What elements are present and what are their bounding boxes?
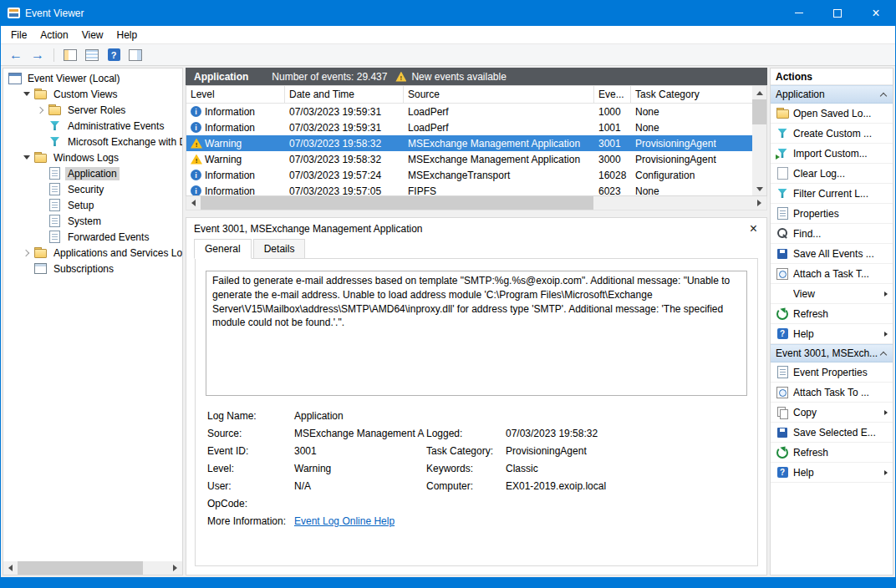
action-refresh[interactable]: Refresh (771, 443, 893, 463)
tree-item-windows-logs[interactable]: Windows Logs (3, 150, 182, 165)
event-row[interactable]: iInformation07/03/2023 19:57:05FIPFS6023… (186, 183, 752, 196)
actions-section-event-3001-msexch[interactable]: Event 3001, MSExch... (771, 344, 893, 362)
menu-help[interactable]: Help (110, 28, 145, 43)
action-event-properties[interactable]: Event Properties (771, 362, 893, 383)
tree-item-forwarded-events[interactable]: Forwarded Events (3, 229, 182, 245)
event-description[interactable]: Failed to generate e-mail addresses base… (206, 271, 747, 396)
actions-section-application[interactable]: Application (771, 85, 893, 104)
action-label: Attach Task To ... (793, 387, 888, 398)
column-header-level[interactable]: Level (186, 86, 285, 103)
event-id: 3000 (594, 154, 631, 165)
menu-view[interactable]: View (75, 28, 110, 43)
show-action-pane-icon[interactable] (127, 47, 144, 63)
tree-item-server-roles[interactable]: Server Roles (3, 102, 182, 118)
action-attach-task-to[interactable]: Attach Task To ... (771, 383, 893, 403)
tree-item-label: Custom Views (51, 88, 120, 101)
event-row[interactable]: iInformation07/03/2023 19:59:31LoadPerf1… (186, 119, 752, 135)
event-level-label: Warning (205, 154, 242, 165)
tab-details[interactable]: Details (253, 239, 306, 259)
action-find[interactable]: Find... (771, 224, 893, 244)
action-view[interactable]: View (771, 284, 893, 304)
action-save-selected-e[interactable]: Save Selected E... (771, 423, 893, 443)
maximize-button[interactable] (818, 0, 857, 26)
back-icon[interactable] (8, 47, 24, 63)
action-filter-current-l[interactable]: Filter Current L... (771, 184, 893, 204)
expander-icon[interactable] (21, 152, 33, 164)
tree-item-security[interactable]: Security (3, 181, 182, 197)
action-help[interactable]: Help (771, 463, 893, 483)
action-create-custom[interactable]: Create Custom ... (771, 124, 893, 144)
tree-item-applications-and-services-logs[interactable]: Applications and Services Logs (3, 245, 182, 261)
action-label: Help (793, 467, 881, 479)
info-icon: i (191, 170, 201, 180)
tree-item-event-viewer-local[interactable]: Event Viewer (Local) (3, 70, 182, 86)
expander-icon[interactable] (21, 89, 33, 100)
tree-item-microsoft-exchange-with-da[interactable]: Microsoft Exchange with Da (3, 134, 182, 150)
menu-action[interactable]: Action (33, 28, 74, 43)
refresh-icon (776, 446, 789, 459)
tree-item-subscriptions[interactable]: Subscriptions (3, 261, 182, 276)
detail-field-row: More Information:Event Log Online Help (207, 512, 746, 530)
event-row[interactable]: iInformation07/03/2023 19:57:24MSExchang… (186, 167, 752, 183)
action-import-custom[interactable]: Import Custom... (771, 144, 893, 164)
tree-item-application[interactable]: Application (3, 165, 182, 181)
column-header-eve[interactable]: Eve... (594, 86, 631, 103)
tree-item-administrative-events[interactable]: Administrative Events (3, 118, 182, 134)
field-label: Source: (207, 428, 294, 439)
event-row[interactable]: iInformation07/03/2023 19:59:31LoadPerf1… (186, 104, 752, 119)
scroll-left-icon[interactable] (3, 561, 18, 575)
event-list-horizontal-scrollbar[interactable] (186, 196, 767, 210)
show-console-tree-icon[interactable] (62, 47, 79, 63)
minimize-button[interactable] (780, 0, 818, 26)
titlebar[interactable]: Event Viewer × (1, 0, 895, 26)
tab-general[interactable]: General (194, 239, 252, 259)
action-label: View (793, 288, 881, 300)
event-rows: iInformation07/03/2023 19:59:31LoadPerf1… (186, 104, 766, 196)
online-help-link[interactable]: Event Log Online Help (294, 515, 426, 527)
column-header-source[interactable]: Source (404, 86, 594, 103)
expander-icon[interactable] (35, 104, 47, 116)
scrollbar-thumb[interactable] (18, 561, 143, 575)
close-button[interactable]: × (857, 0, 895, 26)
action-help[interactable]: Help (771, 324, 893, 344)
menu-file[interactable]: File (4, 28, 33, 43)
close-preview-icon[interactable]: × (748, 222, 759, 236)
forward-icon[interactable] (29, 47, 46, 63)
scroll-right-icon[interactable] (752, 196, 766, 210)
expander-icon[interactable] (21, 247, 33, 259)
folder-icon (33, 88, 48, 100)
export-list-icon[interactable] (84, 47, 100, 63)
event-list-vertical-scrollbar[interactable] (752, 86, 766, 195)
tree-item-label: Security (65, 183, 106, 196)
column-header-date-and-time[interactable]: Date and Time (285, 86, 404, 103)
collapse-icon (880, 92, 887, 99)
action-refresh[interactable]: Refresh (771, 304, 893, 324)
scroll-right-icon[interactable] (168, 561, 182, 575)
column-header-task-category[interactable]: Task Category (631, 86, 752, 103)
tree-horizontal-scrollbar[interactable] (3, 561, 182, 575)
scroll-left-icon[interactable] (186, 196, 201, 210)
scroll-up-icon[interactable] (752, 86, 766, 99)
scrollbar-thumb[interactable] (752, 99, 766, 124)
field-label: Logged: (426, 428, 506, 439)
tree-item-setup[interactable]: Setup (3, 197, 182, 213)
field-label: Task Category: (426, 445, 506, 457)
tree-item-system[interactable]: System (3, 213, 182, 229)
action-copy[interactable]: Copy (771, 403, 893, 423)
action-open-saved-lo[interactable]: Open Saved Lo... (771, 104, 893, 124)
help-q-icon (776, 327, 789, 341)
scrollbar-thumb[interactable] (201, 196, 593, 210)
event-row[interactable]: !Warning07/03/2023 19:58:32MSExchange Ma… (186, 151, 752, 167)
event-row[interactable]: !Warning07/03/2023 19:58:32MSExchange Ma… (186, 135, 752, 151)
warning-icon: ! (191, 155, 202, 165)
event-source: MSExchange Management Application (404, 154, 594, 165)
close-icon: × (872, 7, 879, 20)
action-clear-log[interactable]: Clear Log... (771, 164, 893, 184)
tree-item-custom-views[interactable]: Custom Views (3, 86, 182, 102)
scroll-down-icon[interactable] (752, 182, 766, 195)
action-save-all-events[interactable]: Save All Events ... (771, 244, 893, 264)
action-label: Event Properties (793, 367, 888, 378)
action-properties[interactable]: Properties (771, 204, 893, 224)
action-attach-a-task-t[interactable]: Attach a Task T... (771, 264, 893, 284)
help-icon[interactable] (105, 47, 122, 63)
